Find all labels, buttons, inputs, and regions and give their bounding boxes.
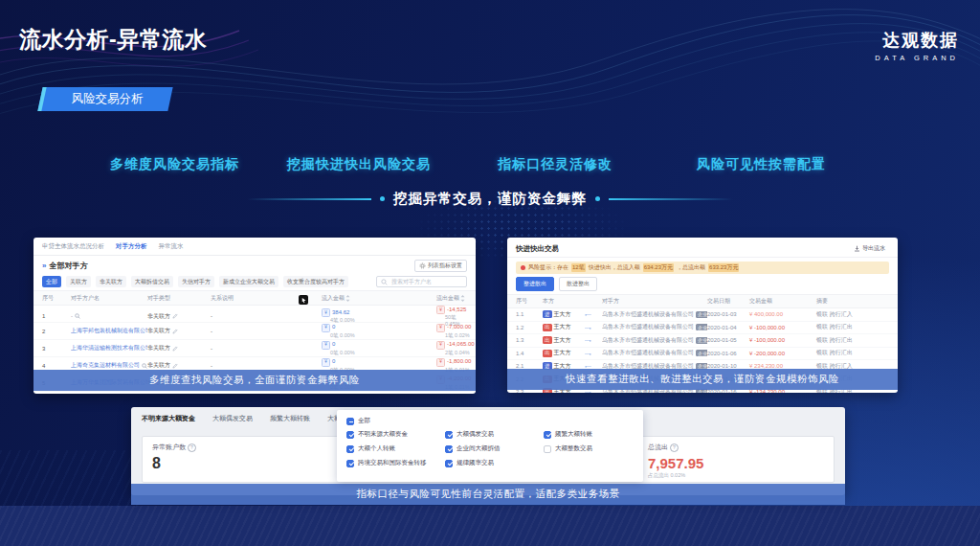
col-counterparty: 对手方 <box>602 297 707 306</box>
section-tag-label: 风险交易分析 <box>44 87 170 111</box>
checkbox[interactable] <box>445 445 453 453</box>
brand-logo: 达观数据 DATA GRAND <box>875 29 959 62</box>
dot-decoration <box>595 196 600 201</box>
section-tag: 风险交易分析 <box>37 87 172 111</box>
pill-related[interactable]: 关联方 <box>66 276 91 287</box>
direction-badge: 出 <box>543 324 552 331</box>
table-row[interactable]: 1.1 进王大方 ← 乌鲁木齐市恒盛通机械设备有限公司企业 2020-01-03… <box>507 308 898 322</box>
search-icon[interactable] <box>75 313 80 319</box>
edit-icon[interactable] <box>172 346 178 352</box>
checkbox-indeterminate[interactable] <box>346 418 354 425</box>
cell-outflow: ¥-14,065.00 2笔 0.04% <box>436 341 475 356</box>
right-app-header: 快进快出交易 导出流水 <box>507 238 898 258</box>
table-row[interactable]: 1 - 非关联方 - ¥384.62 4笔 0.00% ¥-14,525 50笔… <box>33 306 476 323</box>
table-row[interactable]: 2 上海宇邦包装机械制造有限公司 非关联方 - ¥0 0笔 0.00% ¥-7,… <box>33 323 476 340</box>
right-app-title: 快进快出交易 <box>516 244 559 254</box>
cell-no: 3 <box>42 346 71 352</box>
checkbox[interactable] <box>445 460 453 467</box>
cell-outflow: ¥-7,000.00 1笔 0.02% <box>436 324 471 339</box>
flow-arrow-icon: → <box>583 337 619 343</box>
flow-arrow-icon: ← <box>583 311 619 317</box>
tab-frequent-large-transfer[interactable]: 频繁大额转账 <box>270 414 310 423</box>
table-row[interactable]: 1.3 出王大方 → 乌鲁木齐市恒盛通机械设备有限公司企业 2020-01-05… <box>507 334 898 348</box>
left-caption-text: 多维度查找风险交易，全面谨防资金舞弊风险 <box>149 374 360 387</box>
option-item[interactable]: 规律频率交易 <box>445 459 544 467</box>
search-input[interactable] <box>390 278 462 285</box>
cell-rel: - <box>211 363 322 369</box>
option-item[interactable]: 大额个人转账 <box>346 444 445 453</box>
pill-overlap[interactable]: 收支重合度较高对手方 <box>283 276 348 287</box>
sort-icon[interactable] <box>460 295 465 302</box>
list-settings-button[interactable]: 列表指标设置 <box>414 260 467 272</box>
table-row[interactable]: 3 上海华清运输检测技术有限公司 非关联方 - ¥0 0笔 0.00% ¥-14… <box>33 340 476 357</box>
mode-scattered-in-whole-out[interactable]: 散进整出 <box>559 277 597 291</box>
mode-toggle: 整进散出 散进整出 <box>516 277 889 291</box>
page-title: 流水分析-异常流水 <box>19 25 207 55</box>
cell-name[interactable]: 上海奇克集运材料有限公司 <box>71 361 147 370</box>
inflow-icon: ¥ <box>322 308 330 317</box>
feature-label-4: 风险可见性按需配置 <box>697 156 826 173</box>
info-icon <box>670 444 679 452</box>
option-item[interactable]: 频繁大额转账 <box>544 430 634 439</box>
line-decoration <box>609 198 733 200</box>
tab-occasional-large[interactable]: 大额偶发交易 <box>212 414 253 423</box>
pill-unrelated[interactable]: 非关联方 <box>96 276 126 287</box>
checkbox[interactable] <box>346 431 354 439</box>
option-item[interactable]: 跨境交易和国际资金转移 <box>346 459 445 467</box>
cell-inflow: ¥0 0笔 0.00% <box>322 341 436 356</box>
feature-label-3: 指标口径灵活修改 <box>498 156 612 173</box>
outflow-icon: ¥ <box>436 324 445 332</box>
tab-flow-overview[interactable]: 申贷主体流水总况分析 <box>42 242 104 251</box>
search-box <box>376 276 467 287</box>
table-row[interactable]: 1.2 出王大方 → 乌鲁木齐市恒盛通机械设备有限公司企业 2020-01-04… <box>507 322 898 335</box>
pill-new-company[interactable]: 新成立企业大额交易 <box>219 276 278 287</box>
inflow-icon: ¥ <box>322 358 330 367</box>
checkbox[interactable] <box>544 431 551 439</box>
edit-icon[interactable] <box>172 363 178 369</box>
col-outflow: 流出金额 <box>436 294 467 303</box>
tab-counterparty-analysis[interactable]: 对手方分析 <box>116 242 147 251</box>
pill-discredited[interactable]: 失信对手方 <box>178 276 214 287</box>
cell-name[interactable]: 上海宇邦包装机械制造有限公司 <box>71 327 147 335</box>
edit-icon[interactable] <box>172 329 178 334</box>
checkbox[interactable] <box>346 460 354 467</box>
total-outflow-metric: 总流出 7,957.95 占总流出 0.02% <box>648 443 703 479</box>
counterparty-tag: 企业 <box>696 350 707 356</box>
col-no: 序号 <box>42 294 71 303</box>
tab-abnormal-flow[interactable]: 异常流水 <box>159 242 184 251</box>
cell-rel: - <box>211 329 322 334</box>
bottom-caption-bar: 指标口径与风险可见性前台灵活配置，适配多类业务场景 <box>131 484 845 505</box>
bottom-band-decoration <box>0 506 980 546</box>
edit-icon[interactable] <box>172 313 178 319</box>
fast-in-out-screenshot: 快进快出交易 导出流水 风险提示：存在12笔快进快出，总流入额634.23万元，… <box>507 238 898 393</box>
cell-name[interactable]: - <box>71 313 147 319</box>
export-flow-button[interactable]: 导出流水 <box>850 243 889 254</box>
tab-unknown-source-funds[interactable]: 不明来源大额资金 <box>142 414 195 423</box>
brand-logo-cn: 达观数据 <box>875 29 959 52</box>
cell-name[interactable]: 上海华清运输检测技术有限公司 <box>71 344 147 353</box>
search-icon <box>381 279 388 285</box>
pill-large-lending[interactable]: 大额拆借交易 <box>131 276 173 287</box>
mode-whole-in-scattered-out[interactable]: 整进散出 <box>516 277 554 291</box>
sort-icon[interactable] <box>345 295 350 302</box>
option-item[interactable]: 大额偶发交易 <box>445 430 544 439</box>
option-item[interactable]: 不明来源大额资金 <box>346 430 445 439</box>
checkbox[interactable] <box>445 431 453 439</box>
checkbox[interactable] <box>544 445 551 453</box>
total-outflow-value: 7,957.95 <box>648 455 703 471</box>
counterparty-tag: 企业 <box>696 311 707 318</box>
abnormal-account-value: 8 <box>152 455 196 472</box>
table-row[interactable]: 1.4 出王大方 → 乌鲁木齐市恒盛通机械设备有限公司企业 2020-01-06… <box>507 348 898 361</box>
checkbox[interactable] <box>346 445 354 453</box>
download-icon <box>854 245 860 252</box>
gear-icon <box>419 262 426 269</box>
option-item[interactable]: 大额整数交易 <box>544 444 634 453</box>
counterparty-tag: 企业 <box>696 337 707 344</box>
info-icon <box>188 444 196 452</box>
left-table-header: 序号 对手方户名 对手类型 关系说明 流入金额 流出金额 <box>33 290 476 306</box>
pill-all[interactable]: 全部 <box>42 276 61 287</box>
option-item[interactable]: 企业间大额拆借 <box>445 444 544 453</box>
inflow-icon: ¥ <box>322 324 330 332</box>
option-all[interactable]: 全部 <box>346 417 634 425</box>
outflow-icon: ¥ <box>436 358 445 367</box>
